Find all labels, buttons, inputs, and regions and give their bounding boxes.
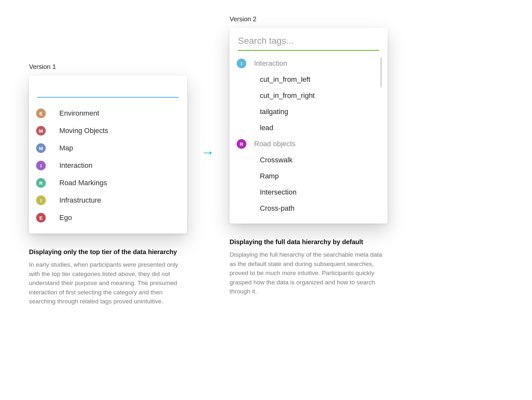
tag-item[interactable]: Cross-path bbox=[235, 200, 379, 216]
tag-item[interactable]: cut_in_from_right bbox=[235, 88, 379, 104]
category-label: Ego bbox=[59, 214, 72, 222]
version-1-panel: E Environment M Moving Objects M Map I I… bbox=[29, 76, 187, 233]
category-label: Interaction bbox=[59, 161, 93, 170]
caption-body: Displaying the full hierarchy of the sea… bbox=[230, 250, 388, 296]
group-row-interaction[interactable]: I Interaction bbox=[235, 55, 379, 71]
tag-item[interactable]: Crosswalk bbox=[235, 152, 379, 168]
version-1-label: Version 1 bbox=[29, 63, 187, 71]
group-badge-icon: R bbox=[237, 139, 246, 149]
version-2-panel: I Interaction cut_in_from_left cut_in_fr… bbox=[230, 28, 388, 224]
category-label: Infrastructure bbox=[59, 196, 101, 205]
version-1-column: Version 1 E Environment M Moving Objects… bbox=[29, 63, 187, 306]
group-row-road-objects[interactable]: R Road objects bbox=[235, 136, 379, 152]
category-badge-icon: R bbox=[36, 178, 46, 188]
category-badge-icon: I bbox=[36, 195, 46, 205]
category-badge-icon: E bbox=[36, 109, 46, 118]
category-row-road-markings[interactable]: R Road Markings bbox=[35, 174, 181, 192]
group-label: Road objects bbox=[254, 140, 295, 148]
search-field-wrap bbox=[238, 35, 379, 51]
category-badge-icon: I bbox=[36, 161, 46, 170]
category-label: Environment bbox=[59, 109, 99, 118]
group-badge-icon: I bbox=[237, 59, 246, 68]
scrollbar-thumb[interactable] bbox=[380, 57, 382, 87]
category-row-ego[interactable]: E Ego bbox=[35, 209, 181, 226]
category-label: Map bbox=[59, 144, 73, 152]
caption-body: In early studies, when participants were… bbox=[29, 260, 187, 306]
category-row-environment[interactable]: E Environment bbox=[35, 105, 181, 122]
category-row-interaction[interactable]: I Interaction bbox=[35, 157, 181, 174]
tag-item[interactable]: tailgating bbox=[235, 104, 379, 120]
version-2-column: Version 2 I Interaction cut_in_from_left… bbox=[230, 15, 388, 296]
comparison-canvas: Version 1 E Environment M Moving Objects… bbox=[0, 0, 532, 400]
tag-tree: I Interaction cut_in_from_left cut_in_fr… bbox=[235, 55, 382, 216]
search-underline-v1[interactable] bbox=[37, 83, 179, 98]
tag-item[interactable]: cut_in_from_left bbox=[235, 71, 379, 88]
category-row-infrastructure[interactable]: I Infrastructure bbox=[35, 192, 181, 209]
caption-title: Displaying the full data hierarchy by de… bbox=[230, 238, 388, 246]
version-1-caption: Displaying only the top tier of the data… bbox=[29, 248, 187, 306]
category-label: Road Markings bbox=[59, 179, 107, 187]
category-badge-icon: M bbox=[36, 143, 46, 153]
tag-item[interactable]: Ramp bbox=[235, 168, 379, 184]
tag-item[interactable]: Intersection bbox=[235, 184, 379, 200]
category-row-map[interactable]: M Map bbox=[35, 139, 181, 157]
search-input[interactable] bbox=[238, 35, 379, 47]
category-row-moving-objects[interactable]: M Moving Objects bbox=[35, 122, 181, 139]
category-badge-icon: M bbox=[36, 126, 46, 136]
arrow-right-icon: → bbox=[201, 146, 214, 159]
tag-item[interactable]: lead bbox=[235, 120, 379, 136]
version-2-caption: Displaying the full data hierarchy by de… bbox=[230, 238, 388, 296]
category-label: Moving Objects bbox=[59, 127, 108, 135]
version-2-label: Version 2 bbox=[230, 15, 388, 23]
caption-title: Displaying only the top tier of the data… bbox=[29, 248, 187, 256]
category-badge-icon: E bbox=[36, 213, 46, 223]
group-label: Interaction bbox=[254, 59, 287, 68]
